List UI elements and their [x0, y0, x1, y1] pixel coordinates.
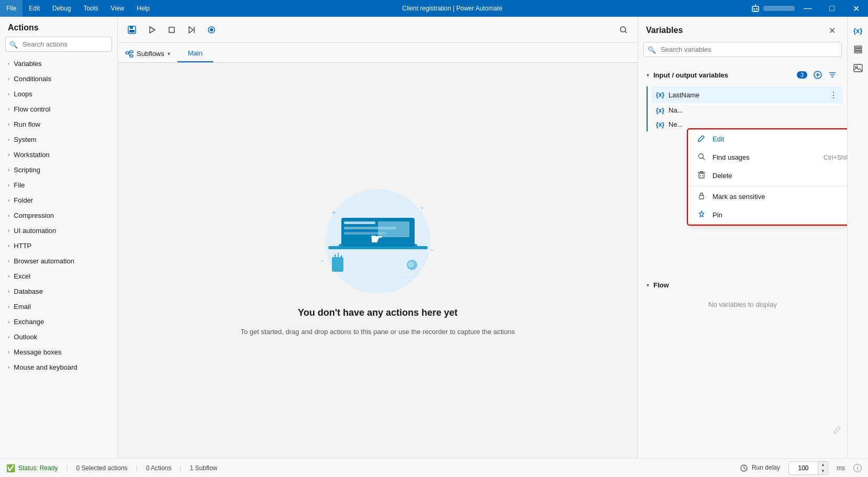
subflow-count: 1 Subflow — [190, 464, 218, 472]
status-label: Status: Ready — [18, 464, 58, 472]
subflows-button[interactable]: Subflows ▾ — [118, 45, 177, 62]
actions-panel: Actions 🔍 ›Variables›Conditionals›Loops›… — [0, 17, 118, 458]
svg-rect-31 — [344, 221, 375, 224]
info-icon[interactable]: i — [853, 464, 862, 472]
stop-button[interactable] — [163, 21, 181, 39]
action-chevron: › — [8, 228, 9, 234]
variables-icon-btn[interactable]: {x} — [850, 22, 866, 39]
input-output-section-header[interactable]: ▾ Input / output variables 3 — [642, 65, 843, 84]
svg-text:{x}: {x} — [853, 27, 862, 35]
svg-rect-7 — [130, 26, 133, 29]
action-chevron: › — [8, 258, 9, 264]
search-actions-input[interactable] — [5, 37, 112, 52]
action-item-mouse-and-keyboard[interactable]: ›Mouse and keyboard — [0, 360, 117, 375]
flow-section-header[interactable]: ▾ Flow — [642, 278, 843, 292]
variables-title: Variables — [646, 26, 683, 35]
svg-point-48 — [699, 154, 704, 159]
action-item-compression[interactable]: ›Compression — [0, 208, 117, 223]
svg-text:✦: ✦ — [320, 259, 324, 263]
action-item-database[interactable]: ›Database — [0, 284, 117, 299]
variable-name-na: Na... — [669, 106, 839, 114]
svg-rect-17 — [126, 52, 129, 54]
variable-menu-button-lastname[interactable]: ⋮ — [828, 90, 839, 100]
mark-sensitive-label: Mark as sensitive — [713, 193, 847, 201]
svg-line-64 — [744, 468, 745, 469]
action-item-flow-control[interactable]: ›Flow control — [0, 102, 117, 117]
svg-point-15 — [620, 27, 626, 32]
svg-text:✦: ✦ — [404, 275, 407, 279]
action-item-conditionals[interactable]: ›Conditionals — [0, 71, 117, 86]
run-button[interactable] — [143, 21, 161, 39]
action-item-run-flow[interactable]: ›Run flow — [0, 117, 117, 132]
variable-icon-3: {x} — [656, 121, 664, 128]
menu-debug[interactable]: Debug — [46, 0, 77, 17]
action-chevron: › — [8, 121, 9, 127]
action-item-exchange[interactable]: ›Exchange — [0, 314, 117, 329]
run-delay-down[interactable]: ▼ — [818, 468, 828, 474]
canvas-area: ✦ ✦ ✦ ✦ ✦ — [118, 63, 638, 458]
variable-icon-2: {x} — [656, 107, 664, 114]
context-menu-pin[interactable]: Pin — [688, 206, 847, 224]
context-menu-find-usages[interactable]: Find usages Ctrl+Shift+F — [688, 148, 847, 167]
svg-rect-19 — [130, 55, 133, 57]
action-item-system[interactable]: ›System — [0, 132, 117, 147]
run-delay-input[interactable] — [789, 463, 818, 473]
maximize-button[interactable]: □ — [820, 0, 844, 17]
menu-view[interactable]: View — [104, 0, 130, 17]
toolbar — [118, 17, 638, 43]
edit-icon — [697, 134, 706, 144]
svg-point-2 — [756, 8, 758, 10]
close-button[interactable]: ✕ — [844, 0, 868, 17]
action-item-folder[interactable]: ›Folder — [0, 193, 117, 208]
canvas-content: ✦ ✦ ✦ ✦ ✦ — [118, 63, 638, 458]
variable-item-na[interactable]: {x} Na... — [652, 103, 843, 117]
action-item-variables[interactable]: ›Variables — [0, 56, 117, 71]
record-button[interactable] — [203, 21, 220, 39]
action-item-file[interactable]: ›File — [0, 178, 117, 193]
filter-variables-button[interactable] — [826, 69, 839, 81]
context-menu-mark-sensitive[interactable]: Mark as sensitive — [688, 187, 847, 206]
run-delay-input-wrap: ▲ ▼ — [788, 461, 828, 475]
menu-tools[interactable]: Tools — [77, 0, 104, 17]
step-button[interactable] — [183, 21, 201, 39]
pencil-icon-bottom — [831, 425, 842, 437]
variable-item-lastname[interactable]: {x} LastName ⋮ — [652, 86, 843, 103]
context-menu-edit[interactable]: Edit — [688, 130, 847, 148]
action-item-loops[interactable]: ›Loops — [0, 86, 117, 102]
action-item-browser-automation[interactable]: ›Browser automation — [0, 253, 117, 269]
status-sep-1: | — [66, 464, 68, 472]
image-icon-btn[interactable] — [850, 60, 866, 76]
variables-close-button[interactable]: ✕ — [825, 23, 839, 38]
action-chevron: › — [8, 61, 9, 66]
svg-marker-9 — [150, 27, 155, 33]
action-item-outlook[interactable]: ›Outlook — [0, 329, 117, 345]
action-chevron: › — [8, 76, 9, 82]
layers-icon-btn[interactable] — [850, 41, 866, 58]
action-item-excel[interactable]: ›Excel — [0, 269, 117, 284]
action-item-http[interactable]: ›HTTP — [0, 238, 117, 253]
find-usages-shortcut: Ctrl+Shift+F — [824, 154, 847, 161]
menu-help[interactable]: Help — [130, 0, 156, 17]
find-usages-icon — [697, 152, 706, 162]
action-item-message-boxes[interactable]: ›Message boxes — [0, 345, 117, 360]
context-menu-delete[interactable]: Delete Del — [688, 167, 847, 185]
add-variable-button[interactable] — [811, 69, 824, 81]
action-item-ui-automation[interactable]: ›UI automation — [0, 223, 117, 238]
menu-file[interactable]: File — [0, 0, 23, 17]
variables-search-container: 🔍 — [643, 42, 842, 57]
run-delay-up[interactable]: ▲ — [818, 462, 828, 468]
search-variables-input[interactable] — [643, 42, 842, 57]
action-item-scripting[interactable]: ›Scripting — [0, 162, 117, 178]
action-chevron: › — [8, 349, 9, 355]
variable-icon: {x} — [656, 91, 664, 98]
action-item-workstation[interactable]: ›Workstation — [0, 147, 117, 162]
tab-main[interactable]: Main — [177, 45, 213, 62]
menu-edit[interactable]: Edit — [23, 0, 46, 17]
search-icon: 🔍 — [9, 40, 18, 48]
minimize-button[interactable]: — — [796, 0, 820, 17]
save-button[interactable] — [123, 21, 141, 39]
toolbar-search-button[interactable] — [615, 21, 632, 39]
action-item-email[interactable]: ›Email — [0, 299, 117, 314]
user-avatar[interactable] — [749, 0, 796, 17]
main-area: Actions 🔍 ›Variables›Conditionals›Loops›… — [0, 17, 868, 458]
